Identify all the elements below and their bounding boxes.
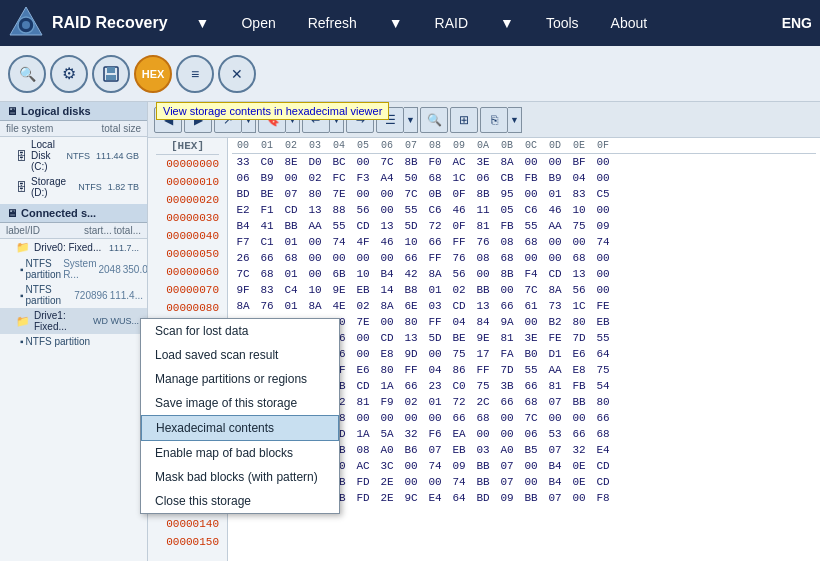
scan-btn[interactable]: ⚙ (50, 55, 88, 93)
partition-icon-2: ▪ (20, 290, 24, 301)
address-cell: 00000030 (156, 209, 219, 227)
toolbar: 🔍 ⚙ HEX ≡ ✕ View storage contents in hex… (0, 46, 820, 102)
disk-icon-d: 🗄 (16, 181, 27, 193)
address-cell: 00000070 (156, 281, 219, 299)
nav-bar: RAID Recovery ▼ Open Refresh ▼ RAID ▼ To… (0, 0, 820, 46)
copy-group: ⎘ ▼ (480, 107, 522, 133)
hdd-icon-1: 📁 (16, 315, 30, 328)
drive0-partition2[interactable]: ▪ NTFS partition 720896 111.4... (0, 282, 147, 308)
hex-header-addr: [HEX] (156, 138, 219, 155)
hex-data-row: F7C10100744F461066FF760868000074 (232, 234, 816, 250)
hex-data-row: B441BBAA55CD135D720F81FB55AA7509 (232, 218, 816, 234)
hex-data-row: 7C6801006B10B4428A56008BF4CD1300 (232, 266, 816, 282)
hex-data-row: 06B90002FCF3A450681C06CBFBB90400 (232, 170, 816, 186)
ctx-scan[interactable]: Scan for lost data (141, 319, 339, 343)
address-cell: 00000040 (156, 227, 219, 245)
hex-data-row: E2F1CD1388560055C6461105C6461000 (232, 202, 816, 218)
storage-disk-d[interactable]: 🗄 Storage (D:) NTFS 1.82 TB (0, 174, 147, 200)
local-disk-c[interactable]: 🗄 Local Disk (C:) NTFS 111.44 GB (0, 137, 147, 174)
hex-data-row: 8A76018A4E028A6E03CD136661731CFE (232, 298, 816, 314)
ctx-bad-blocks[interactable]: Enable map of bad blocks (141, 441, 339, 465)
drive0-partition1[interactable]: ▪ NTFS partition System R... 2048 350.0.… (0, 256, 147, 282)
save-btn[interactable] (92, 55, 130, 93)
context-menu: Scan for lost data Load saved scan resul… (140, 318, 340, 514)
ctx-save-image[interactable]: Save image of this storage (141, 391, 339, 415)
drive-col-headers: label/ID start... total... (0, 223, 147, 239)
monitor-icon: 🖥 (6, 105, 17, 117)
address-cell: 00000000 (156, 155, 219, 173)
close-btn[interactable]: ✕ (218, 55, 256, 93)
nav-arrow2[interactable]: ▼ (373, 0, 419, 46)
copy-arrow[interactable]: ▼ (508, 107, 522, 133)
svg-point-2 (22, 21, 30, 29)
nav-refresh[interactable]: Refresh (292, 0, 373, 46)
hex-data-row: 9F83C4109EEB14B80102BB007C8A5600 (232, 282, 816, 298)
app-title: RAID Recovery (52, 14, 168, 32)
nav-arrow3[interactable]: ▼ (484, 0, 530, 46)
nav-menu: ▼ Open Refresh ▼ RAID ▼ Tools About (180, 0, 782, 46)
storage-icon: 🖥 (6, 207, 17, 219)
nav-tools[interactable]: Tools (530, 0, 595, 46)
logo-icon (8, 5, 44, 41)
ctx-load[interactable]: Load saved scan result (141, 343, 339, 367)
logical-disks-header: 🖥 Logical disks (0, 102, 147, 121)
address-cell: 00000150 (156, 533, 219, 551)
svg-rect-5 (106, 75, 116, 80)
nav-arrow1[interactable]: ▼ (180, 0, 226, 46)
hex-btn[interactable]: HEX (134, 55, 172, 93)
address-cell: 00000050 (156, 245, 219, 263)
connected-storage-header: 🖥 Connected s... (0, 204, 147, 223)
ctx-hex[interactable]: Hexadecimal contents (141, 415, 339, 441)
hex-byte-headers: 000102030405060708090A0B0C0D0E0F (232, 138, 816, 154)
disk-col-headers: file system total size (0, 121, 147, 137)
copy-btn[interactable]: ⎘ (480, 107, 508, 133)
partition-icon-3: ▪ (20, 336, 24, 347)
address-cell: 00000020 (156, 191, 219, 209)
drive0-fixed[interactable]: 📁 Drive0: Fixed... 111.7... (0, 239, 147, 256)
ctx-manage[interactable]: Manage partitions or regions (141, 367, 339, 391)
nav-raid[interactable]: RAID (419, 0, 484, 46)
ctx-mask-bad[interactable]: Mask bad blocks (with pattern) (141, 465, 339, 489)
hex-data-row: 33C08ED0BC007C8BF0AC3E8A0000BF00 (232, 154, 816, 170)
app-logo: RAID Recovery (8, 5, 168, 41)
hex-grid-btn[interactable]: ⊞ (450, 107, 478, 133)
partition-icon-1: ▪ (20, 264, 24, 275)
save-icon (101, 64, 121, 84)
hdd-icon-0: 📁 (16, 241, 30, 254)
address-cell: 00000140 (156, 515, 219, 533)
hex-data-row: BDBE07807E00007C0B0F8B95000183C5 (232, 186, 816, 202)
hex-search-btn[interactable]: 🔍 (420, 107, 448, 133)
main-layout: 🖥 Logical disks file system total size 🗄… (0, 102, 820, 561)
svg-rect-4 (107, 67, 115, 73)
hex-data-row: 2666680000000066FF76086800006800 (232, 250, 816, 266)
address-cell: 00000060 (156, 263, 219, 281)
address-cell: 00000080 (156, 299, 219, 317)
toolbar-tooltip: View storage contents in hexadecimal vie… (156, 102, 389, 120)
ctx-close[interactable]: Close this storage (141, 489, 339, 513)
search-btn[interactable]: 🔍 (8, 55, 46, 93)
address-cell: 00000010 (156, 173, 219, 191)
drive1-fixed[interactable]: 📁 Drive1: Fixed... WD WUS... (0, 308, 147, 334)
drive1-partition1[interactable]: ▪ NTFS partition (0, 334, 147, 349)
language-selector[interactable]: ENG (782, 15, 812, 31)
list-btn[interactable]: ≡ (176, 55, 214, 93)
disk-icon-c: 🗄 (16, 150, 27, 162)
nav-about[interactable]: About (595, 0, 664, 46)
left-panel: 🖥 Logical disks file system total size 🗄… (0, 102, 148, 561)
nav-open[interactable]: Open (225, 0, 291, 46)
list-view-arrow[interactable]: ▼ (404, 107, 418, 133)
